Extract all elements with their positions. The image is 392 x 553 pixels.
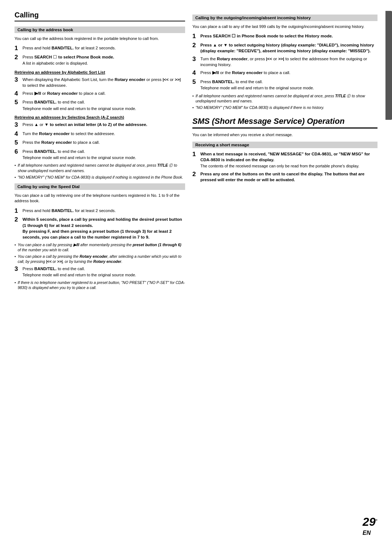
step-text: Press ▲ or ▼ to select outgoing history … [200,42,377,54]
step-text: When displaying the Alphabetic Sort List… [23,77,185,88]
page-tab [385,11,392,120]
step-num: 3 [192,56,200,63]
step-num: 5 [15,139,23,146]
step-sd-1: 1 Press and hold BAND/TEL. for at least … [15,208,185,215]
step-h-3: 3 Turn the Rotary encoder, or press |<< … [192,56,377,68]
step-text: Press and hold BAND/TEL. for at least 2 … [23,208,185,214]
bullet-1: • If all telephone numbers and registere… [15,163,185,173]
step-6b: 6 Press BAND/TEL. to end the call. Telep… [15,149,185,160]
step-h-2: 2 Press ▲ or ▼ to select outgoing histor… [192,42,377,54]
step-text: Within 5 seconds, place a call by pressi… [23,216,185,240]
step-text: Press any one of the buttons on the unit… [200,171,377,183]
bullet-h-1: • If all telephone numbers and registere… [192,93,377,103]
section-address-book-label: Calling by the address book [15,27,185,33]
step-num: 4 [15,90,23,97]
step-3a: 3 When displaying the Alphabetic Sort Li… [15,77,185,88]
sms-intro: You can be informed when you receive a s… [192,132,377,138]
step-text: Press SEARCH ☐ to select Phone Book mode… [23,54,185,66]
step-num: 2 [15,216,23,223]
step-num: 5 [15,99,23,106]
step-num: 3 [15,122,23,129]
sms-title: SMS (Short Message Service) Operation [192,117,377,129]
step-text: Press BAND/TEL. to end the call. Telepho… [23,99,185,111]
step-num: 3 [15,266,23,273]
step-num: 2 [192,42,200,49]
step-num: 4 [192,70,200,77]
step-text: Press BAND/TEL. to end the call. Telepho… [23,149,185,160]
step-text: Press ▲ or ▼ to select an initial letter… [23,122,185,127]
step-text: Press BAND/TEL. to end the call. Telepho… [200,79,377,91]
step-text: Turn the Rotary encoder to select the ad… [23,131,185,137]
bullet-sd-2: • You can place a call by pressing the R… [15,254,185,264]
step-5a: 5 Press BAND/TEL. to end the call. Telep… [15,99,185,111]
step-num: 6 [15,149,23,155]
step-5b: 5 Press the Rotary encoder to place a ca… [15,139,185,146]
bullet-h-2: • "NO MEMORY" ("NO MEM" for CDA-9830) is… [192,105,377,110]
main-title: Calling [15,11,185,21]
step-num: 2 [192,171,200,178]
step-h-4: 4 Press ▶/II or the Rotary encoder to pl… [192,70,377,77]
step-text: Press ▶/II or Rotary encoder to place a … [23,90,185,96]
step-1: 1 Press and hold BAND/TEL. for at least … [15,45,185,52]
section-receiving-label: Receiving a short message [192,142,377,148]
section-speed-dial-label: Calling by using the Speed Dial [15,183,185,190]
step-h-5: 5 Press BAND/TEL. to end the call. Telep… [192,79,377,91]
step-sd-2: 2 Within 5 seconds, place a call by pres… [15,216,185,240]
section-speed-dial-intro: You can place a call by retrieving one o… [15,193,185,204]
step-num: 5 [192,79,200,86]
step-num: 4 [15,131,23,138]
subsection1-label: Retrieving an addressee by Alphabetic So… [15,70,185,74]
step-sms-2: 2 Press any one of the buttons on the un… [192,171,377,183]
bullet-sd-3: • If there is no telephone number regist… [15,280,185,290]
step-3b: 3 Press ▲ or ▼ to select an initial lett… [15,122,185,129]
step-text: Press SEARCH ☐ in Phone Book mode to sel… [200,33,377,39]
step-num: 1 [192,151,200,158]
step-text: Press and hold BAND/TEL. for at least 2 … [23,45,185,51]
step-text: Press BAND/TEL. to end the call. Telepho… [23,266,185,278]
section-address-book-intro: You can call up the address book registe… [15,36,185,41]
page-number: 29-EN [363,515,377,542]
step-text: When a text message is received, "NEW ME… [200,151,377,169]
step-num: 1 [192,33,200,40]
step-sd-3: 3 Press BAND/TEL. to end the call. Telep… [15,266,185,278]
step-text: Press ▶/II or the Rotary encoder to plac… [200,70,377,76]
step-num: 1 [15,45,23,52]
section-history-label: Calling by the outgoing/incoming/absent … [192,15,377,21]
step-4a: 4 Press ▶/II or Rotary encoder to place … [15,90,185,97]
step-num: 1 [15,208,23,215]
step-4b: 4 Turn the Rotary encoder to select the … [15,131,185,138]
bullet-2: • "NO MEMORY" ("NO MEM" for CDA-9830) is… [15,175,185,180]
bullet-sd-1: • You can place a call by pressing ▶/II … [15,242,185,252]
subsection2-label: Retrieving an addressee by Selecting Sea… [15,115,185,119]
step-text: Press the Rotary encoder to place a call… [23,139,185,145]
section-history-intro: You can place a call to any of the last … [192,24,377,29]
step-h-1: 1 Press SEARCH ☐ in Phone Book mode to s… [192,33,377,40]
step-sms-1: 1 When a text message is received, "NEW … [192,151,377,169]
step-2: 2 Press SEARCH ☐ to select Phone Book mo… [15,54,185,66]
step-text: Turn the Rotary encoder, or press |<< or… [200,56,377,68]
step-num: 2 [15,54,23,61]
step-num: 3 [15,77,23,84]
